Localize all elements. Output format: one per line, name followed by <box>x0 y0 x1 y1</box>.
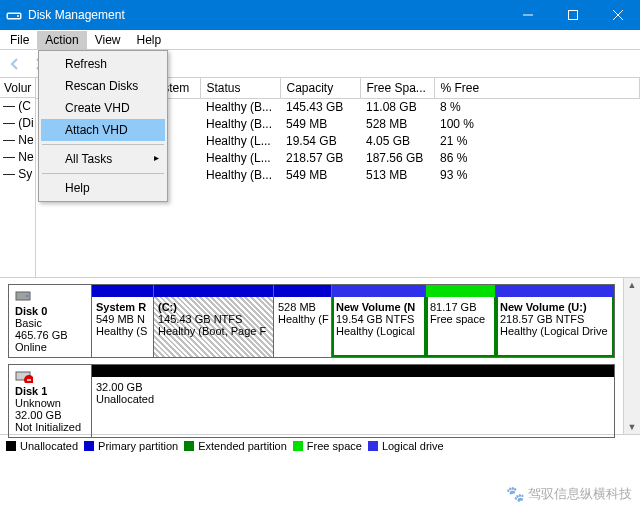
paw-icon: 🐾 <box>506 485 525 503</box>
legend-primary: Primary partition <box>84 440 178 452</box>
partition[interactable]: 81.17 GBFree space <box>426 285 496 357</box>
disk-label[interactable]: Disk 0Basic465.76 GBOnline <box>9 285 92 357</box>
disk-icon <box>15 289 33 303</box>
col-volume[interactable]: Volur <box>0 78 35 98</box>
menu-rescan-disks[interactable]: Rescan Disks <box>41 75 165 97</box>
col-pctfree[interactable]: % Free <box>434 78 640 98</box>
partition-color-bar <box>274 285 331 297</box>
title-bar: Disk Management <box>0 0 640 30</box>
volume-name-column: Volur — (C— (Di— Ne— Ne— Sy <box>0 78 36 277</box>
partition-color-bar <box>332 285 425 297</box>
disk-label[interactable]: Disk 1Unknown32.00 GBNot Initialized <box>9 365 92 437</box>
partition-container: System R549 MB NHealthy (S(C:)145.43 GB … <box>92 285 614 357</box>
menu-all-tasks[interactable]: All Tasks <box>41 148 165 170</box>
menu-refresh[interactable]: Refresh <box>41 53 165 75</box>
menu-bar: File Action View Help <box>0 30 640 50</box>
disk-row: Disk 0Basic465.76 GBOnlineSystem R549 MB… <box>8 284 615 358</box>
col-capacity[interactable]: Capacity <box>280 78 360 98</box>
legend-extended: Extended partition <box>184 440 287 452</box>
legend-logical: Logical drive <box>368 440 444 452</box>
partition[interactable]: System R549 MB NHealthy (S <box>92 285 154 357</box>
partition-color-bar <box>496 285 614 297</box>
disk-icon <box>15 369 33 383</box>
svg-point-2 <box>17 15 19 17</box>
menu-create-vhd[interactable]: Create VHD <box>41 97 165 119</box>
volume-row-name[interactable]: — Ne <box>0 149 35 166</box>
back-button <box>4 53 26 75</box>
menu-action[interactable]: Action <box>37 31 86 49</box>
partition-container: 32.00 GBUnallocated <box>92 365 614 437</box>
svg-point-10 <box>26 295 28 297</box>
volume-row-name[interactable]: — Sy <box>0 166 35 183</box>
scrollbar[interactable]: ▲ ▼ <box>623 278 640 434</box>
close-button[interactable] <box>595 0 640 30</box>
partition-color-bar <box>426 285 495 297</box>
window-title: Disk Management <box>28 8 505 22</box>
menu-help[interactable]: Help <box>129 31 170 49</box>
menu-file[interactable]: File <box>2 31 37 49</box>
menu-attach-vhd[interactable]: Attach VHD <box>41 119 165 141</box>
col-status[interactable]: Status <box>200 78 280 98</box>
disk-graphical-pane: Disk 0Basic465.76 GBOnlineSystem R549 MB… <box>0 278 623 458</box>
menu-help[interactable]: Help <box>41 177 165 199</box>
svg-rect-4 <box>568 11 577 20</box>
volume-row-name[interactable]: — (Di <box>0 115 35 132</box>
col-freespace[interactable]: Free Spa... <box>360 78 434 98</box>
volume-row-name[interactable]: — (C <box>0 98 35 115</box>
scroll-down-icon[interactable]: ▼ <box>626 420 639 434</box>
scroll-up-icon[interactable]: ▲ <box>626 278 639 292</box>
partition-color-bar <box>92 365 614 377</box>
partition-color-bar <box>92 285 153 297</box>
app-icon <box>6 7 22 23</box>
legend-unallocated: Unallocated <box>6 440 78 452</box>
disk-row: Disk 1Unknown32.00 GBNot Initialized32.0… <box>8 364 615 438</box>
action-menu-dropdown: Refresh Rescan Disks Create VHD Attach V… <box>38 50 168 202</box>
partition[interactable]: 32.00 GBUnallocated <box>92 365 614 437</box>
volume-row-name[interactable]: — Ne <box>0 132 35 149</box>
legend-free: Free space <box>293 440 362 452</box>
menu-separator <box>42 144 164 145</box>
menu-separator <box>42 173 164 174</box>
partition[interactable]: New Volume (U:)218.57 GB NTFSHealthy (Lo… <box>496 285 614 357</box>
minimize-button[interactable] <box>505 0 550 30</box>
maximize-button[interactable] <box>550 0 595 30</box>
partition[interactable]: (C:)145.43 GB NTFSHealthy (Boot, Page F <box>154 285 274 357</box>
menu-view[interactable]: View <box>87 31 129 49</box>
partition-color-bar <box>154 285 273 297</box>
partition[interactable]: 528 MBHealthy (F <box>274 285 332 357</box>
partition[interactable]: New Volume (N19.54 GB NTFSHealthy (Logic… <box>332 285 426 357</box>
watermark: 🐾 驾驭信息纵横科技 <box>506 485 632 503</box>
